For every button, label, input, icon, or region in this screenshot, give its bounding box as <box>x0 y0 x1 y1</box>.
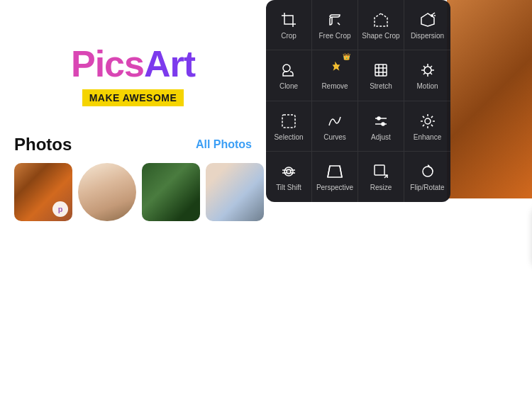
flip-rotate-icon <box>418 162 438 181</box>
crop-icon <box>279 10 299 30</box>
tool-adjust[interactable]: Adjust <box>358 101 404 152</box>
bg-photo <box>447 0 532 198</box>
svg-point-16 <box>377 117 380 120</box>
svg-line-23 <box>422 116 423 118</box>
logo-area: PicsArt MAKE AWESOME <box>0 43 266 106</box>
tilt-shift-label: Tilt Shift <box>276 184 301 191</box>
dispersion-label: Dispersion <box>411 32 444 40</box>
shape-crop-icon <box>371 10 391 30</box>
photos-header: Photos All Photos <box>14 135 252 155</box>
stretch-icon <box>371 60 391 80</box>
svg-point-27 <box>287 169 291 174</box>
shape-crop-label: Shape Crop <box>362 32 399 40</box>
free-crop-icon <box>325 10 345 30</box>
tilt-shift-icon <box>279 162 299 181</box>
perspective-label: Perspective <box>316 184 353 191</box>
right-panel: Crop Free Crop Shape Crop <box>266 0 532 404</box>
tool-resize[interactable]: Resize <box>358 152 404 202</box>
tools-grid: Crop Free Crop Shape Crop <box>266 0 450 202</box>
tools-panel: Crop Free Crop Shape Crop <box>266 0 450 202</box>
curves-label: Curves <box>323 133 346 141</box>
p-icon: p <box>52 201 68 217</box>
tool-stretch[interactable]: Stretch <box>358 50 404 101</box>
enhance-label: Enhance <box>414 133 441 141</box>
remove-icon <box>325 60 345 80</box>
photo-thumb-rocky[interactable]: p <box>14 163 72 221</box>
dispersion-icon <box>418 10 438 30</box>
svg-line-26 <box>422 125 423 126</box>
flip-rotate-label: Flip/Rotate <box>410 184 444 191</box>
svg-rect-7 <box>375 64 387 76</box>
left-panel: PicsArt MAKE AWESOME Photos All Photos p <box>0 0 266 404</box>
motion-icon <box>418 60 438 80</box>
photos-section: Photos All Photos p <box>0 135 266 221</box>
clone-icon <box>279 60 299 80</box>
tool-clone[interactable]: Clone <box>266 50 312 101</box>
free-crop-label: Free Crop <box>318 32 350 40</box>
svg-line-34 <box>328 166 330 177</box>
svg-rect-36 <box>375 165 384 175</box>
tool-tilt-shift[interactable]: Tilt Shift <box>266 152 312 202</box>
motion-label: Motion <box>416 82 438 90</box>
tool-motion[interactable]: Motion <box>404 50 450 101</box>
svg-point-5 <box>283 64 290 72</box>
selection-label: Selection <box>274 133 303 141</box>
clone-label: Clone <box>279 82 298 90</box>
all-photos-link[interactable]: All Photos <box>196 138 252 151</box>
perspective-icon <box>325 162 345 181</box>
svg-point-18 <box>425 118 431 124</box>
selection-icon <box>279 111 299 131</box>
logo: PicsArt <box>71 43 195 85</box>
svg-rect-13 <box>282 115 295 128</box>
svg-marker-0 <box>375 13 387 26</box>
tool-shape-crop[interactable]: Shape Crop <box>358 0 404 50</box>
photo-thumb-girl-hat[interactable] <box>78 163 136 221</box>
svg-line-25 <box>431 116 432 118</box>
tool-dispersion[interactable]: Dispersion <box>404 0 450 50</box>
photo-grid: p <box>14 163 252 221</box>
svg-marker-6 <box>333 63 339 69</box>
adjust-label: Adjust <box>371 133 391 141</box>
adjust-icon <box>371 111 391 131</box>
curves-icon <box>325 111 345 131</box>
stretch-label: Stretch <box>370 82 392 90</box>
tagline: MAKE AWESOME <box>82 89 184 106</box>
photo-thumb-girl-blue[interactable] <box>206 163 264 221</box>
logo-pics: Pics <box>71 43 144 84</box>
tool-free-crop[interactable]: Free Crop <box>312 0 358 50</box>
photo-girl-green-img <box>142 163 200 221</box>
resize-label: Resize <box>370 184 392 191</box>
logo-art: Art <box>144 43 195 84</box>
tool-crop[interactable]: Crop <box>266 0 312 50</box>
photos-title: Photos <box>14 135 72 155</box>
tool-selection[interactable]: Selection <box>266 101 312 152</box>
svg-point-17 <box>382 123 384 125</box>
enhance-icon <box>418 111 438 131</box>
photo-thumb-girl-green[interactable] <box>142 163 200 221</box>
crown-badge: 👑 <box>343 53 350 60</box>
svg-line-35 <box>340 166 342 177</box>
tool-curves[interactable]: Curves <box>312 101 358 152</box>
tool-remove[interactable]: 👑 Remove <box>312 50 358 101</box>
photo-girl-blue-img <box>206 163 264 221</box>
tool-perspective[interactable]: Perspective <box>312 152 358 202</box>
svg-line-3 <box>433 13 435 14</box>
tool-enhance[interactable]: Enhance <box>404 101 450 152</box>
resize-icon <box>371 162 391 181</box>
photo-girl-hat-img <box>78 163 136 221</box>
svg-line-24 <box>431 125 432 126</box>
tool-flip-rotate[interactable]: Flip/Rotate <box>404 152 450 202</box>
crop-label: Crop <box>281 32 297 40</box>
remove-label: Remove <box>321 82 348 90</box>
